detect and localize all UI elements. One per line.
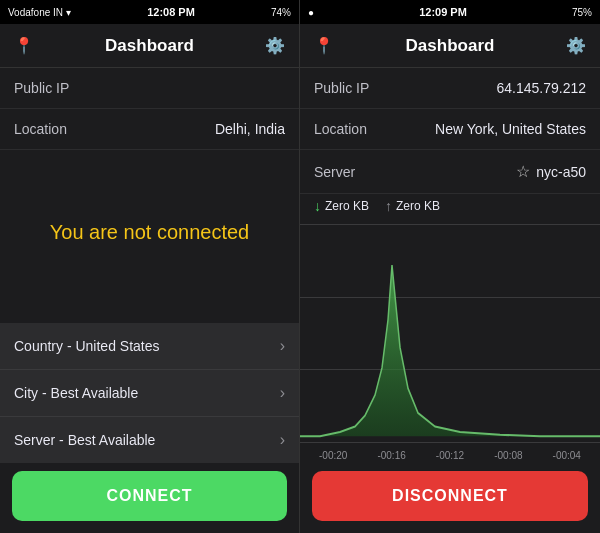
right-battery-text: 75% — [572, 7, 592, 18]
right-server-name: nyc-a50 — [536, 164, 586, 180]
server-menu-label: Server - Best Available — [14, 432, 155, 448]
server-arrow-icon: › — [280, 431, 285, 449]
left-location-row: Location Delhi, India — [0, 109, 299, 150]
chart-svg — [300, 224, 600, 443]
right-public-ip-label: Public IP — [314, 80, 369, 96]
left-status-right: 74% — [271, 7, 291, 18]
server-menu-item[interactable]: Server - Best Available › — [0, 417, 299, 463]
x-label-3: -00:08 — [494, 450, 522, 461]
right-status-time: 12:09 PM — [419, 6, 467, 18]
right-location-icon: 📍 — [314, 36, 334, 56]
not-connected-area: You are not connected — [0, 150, 299, 315]
carrier-text: Vodafone IN — [8, 7, 63, 18]
x-label-2: -00:12 — [436, 450, 464, 461]
city-arrow-icon: › — [280, 384, 285, 402]
right-server-row: Server ☆ nyc-a50 — [300, 150, 600, 194]
left-status-bar: Vodafone IN ▾ 12:08 PM 74% — [0, 0, 299, 24]
chart-x-labels: -00:20 -00:16 -00:12 -00:08 -00:04 — [300, 450, 600, 461]
left-public-ip-row: Public IP — [0, 68, 299, 109]
right-public-ip-value: 64.145.79.212 — [496, 80, 586, 96]
chart-line — [300, 265, 600, 436]
chart-svg-wrap — [300, 224, 600, 443]
x-label-4: -00:04 — [553, 450, 581, 461]
left-gear-icon[interactable]: ⚙️ — [265, 36, 285, 56]
disconnect-button[interactable]: DISCONNECT — [312, 471, 588, 521]
right-server-label: Server — [314, 164, 355, 180]
connect-button[interactable]: CONNECT — [12, 471, 287, 521]
left-location-label: Location — [14, 121, 67, 137]
left-panel: Vodafone IN ▾ 12:08 PM 74% 📍 Dashboard ⚙… — [0, 0, 300, 533]
right-location-value: New York, United States — [435, 121, 586, 137]
right-status-left: ● — [308, 7, 314, 18]
right-signal-icon: ● — [308, 7, 314, 18]
right-title: Dashboard — [406, 36, 495, 56]
right-top-bar: 📍 Dashboard ⚙️ — [300, 24, 600, 68]
right-location-row: Location New York, United States — [300, 109, 600, 150]
x-label-1: -00:16 — [377, 450, 405, 461]
country-menu-label: Country - United States — [14, 338, 160, 354]
disconnect-button-label: DISCONNECT — [392, 487, 508, 505]
download-label: Zero KB — [325, 199, 369, 213]
left-status-left: Vodafone IN ▾ — [8, 7, 71, 18]
download-arrow-icon: ↓ — [314, 198, 321, 214]
left-top-bar: 📍 Dashboard ⚙️ — [0, 24, 299, 68]
not-connected-text: You are not connected — [50, 221, 249, 244]
left-title: Dashboard — [105, 36, 194, 56]
left-status-time: 12:08 PM — [147, 6, 195, 18]
star-icon[interactable]: ☆ — [516, 162, 530, 181]
download-stat: ↓ Zero KB — [314, 198, 369, 214]
wifi-icon: ▾ — [66, 7, 71, 18]
city-menu-label: City - Best Available — [14, 385, 138, 401]
chart-fill — [300, 265, 600, 436]
connect-button-label: CONNECT — [106, 487, 192, 505]
right-panel: ● 12:09 PM 75% 📍 Dashboard ⚙️ Public IP … — [300, 0, 600, 533]
menu-section: Country - United States › City - Best Av… — [0, 323, 299, 463]
country-menu-item[interactable]: Country - United States › — [0, 323, 299, 370]
right-gear-icon[interactable]: ⚙️ — [566, 36, 586, 56]
chart-stats: ↓ Zero KB ↑ Zero KB — [300, 194, 600, 218]
chart-area: ↓ Zero KB ↑ Zero KB — [300, 194, 600, 463]
right-location-label: Location — [314, 121, 367, 137]
city-menu-item[interactable]: City - Best Available › — [0, 370, 299, 417]
left-public-ip-label: Public IP — [14, 80, 69, 96]
battery-icon: 74% — [271, 7, 291, 18]
location-icon: 📍 — [14, 36, 34, 56]
upload-stat: ↑ Zero KB — [385, 198, 440, 214]
left-location-value: Delhi, India — [215, 121, 285, 137]
country-arrow-icon: › — [280, 337, 285, 355]
right-public-ip-row: Public IP 64.145.79.212 — [300, 68, 600, 109]
upload-arrow-icon: ↑ — [385, 198, 392, 214]
right-status-right: 75% — [572, 7, 592, 18]
right-status-bar: ● 12:09 PM 75% — [300, 0, 600, 24]
right-server-value-wrap: ☆ nyc-a50 — [516, 162, 586, 181]
upload-label: Zero KB — [396, 199, 440, 213]
x-label-0: -00:20 — [319, 450, 347, 461]
